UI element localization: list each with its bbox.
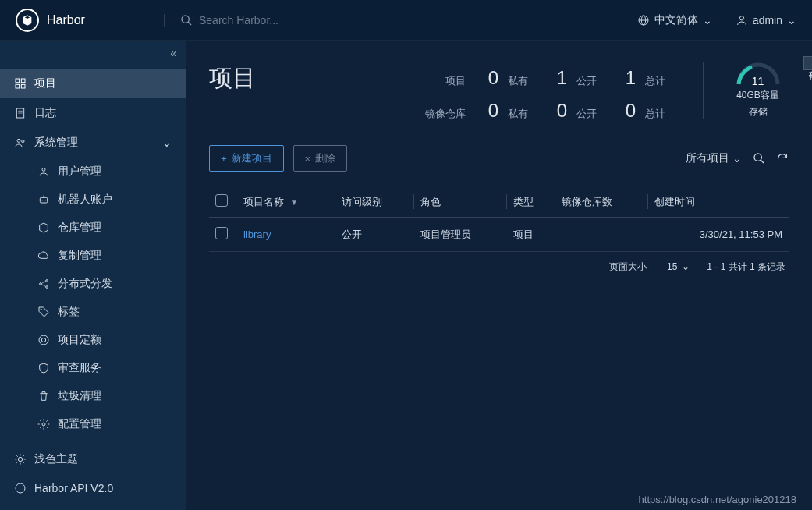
sidebar-item-scan[interactable]: 审查服务 <box>31 354 186 382</box>
svg-point-5 <box>739 16 743 19</box>
stats-label: 项目 <box>419 74 466 88</box>
sidebar-item-theme[interactable]: 浅色主题 <box>0 444 186 474</box>
robot-icon <box>37 193 50 206</box>
svg-line-1 <box>188 22 191 25</box>
gear-icon <box>37 418 50 430</box>
storage-capacity: 40GB容量 <box>727 89 789 102</box>
events-tab[interactable]: 事件 <box>803 56 812 70</box>
col-repos[interactable]: 镜像仓库数 <box>555 186 648 218</box>
x-icon: × <box>305 153 311 165</box>
svg-point-29 <box>18 457 22 461</box>
svg-line-32 <box>761 160 764 163</box>
pagination-summary: 1 - 1 共计 1 条记录 <box>707 260 785 274</box>
user-menu[interactable]: admin ⌄ <box>736 14 796 27</box>
sidebar-submenu: 用户管理 机器人账户 仓库管理 复制管理 分布式分发 标签 项目定额 审查服务 … <box>0 158 186 438</box>
watermark: https://blog.csdn.net/agonie201218 <box>639 494 796 505</box>
sidebar-item-api[interactable]: Harbor API V2.0 <box>0 474 186 502</box>
harbor-logo-icon <box>16 9 39 32</box>
cube-icon <box>37 221 50 234</box>
stats-num-public: 1 <box>544 67 567 89</box>
col-type[interactable]: 类型 <box>507 186 555 218</box>
stats-row-repos: 镜像仓库 0 私有 0 公开 0 总计 <box>334 100 672 122</box>
svg-point-17 <box>41 200 42 200</box>
sidebar-item-registry[interactable]: 仓库管理 <box>31 214 186 242</box>
globe-icon <box>637 14 650 27</box>
sidebar-item-label: 机器人账户 <box>58 193 112 207</box>
search-icon <box>180 14 193 27</box>
stats-num-public: 0 <box>544 100 567 122</box>
sidebar-item-replication[interactable]: 复制管理 <box>31 242 186 270</box>
svg-point-26 <box>39 335 48 345</box>
row-type: 项目 <box>507 218 555 252</box>
page-size-select[interactable]: 15 ⌄ <box>662 260 691 274</box>
sidebar: « 项目 日志 系统管理 ⌄ 用户管理 机器人账户 仓库管理 复制管理 分布式分… <box>0 41 186 510</box>
chevron-down-icon: ⌄ <box>732 152 742 165</box>
svg-line-24 <box>41 285 45 287</box>
language-switcher[interactable]: 中文简体 ⌄ <box>637 13 712 27</box>
trash-icon <box>37 390 50 402</box>
sidebar-item-label: 审查服务 <box>58 361 101 375</box>
sidebar-item-logs[interactable]: 日志 <box>0 98 186 128</box>
projects-table: 项目名称▼ 访问级别 角色 类型 镜像仓库数 创建时间 library 公开 项… <box>209 186 789 252</box>
users-icon <box>14 136 27 149</box>
brand-name: Harbor <box>47 13 85 27</box>
stats-block: 项目 0 私有 1 公开 1 总计 镜像仓库 0 私有 0 公开 0 总计 <box>334 67 672 122</box>
sidebar-item-label: 系统管理 <box>34 136 78 150</box>
select-all-checkbox[interactable] <box>215 194 228 207</box>
sidebar-collapse-button[interactable]: « <box>170 47 176 59</box>
chevron-down-icon: ⌄ <box>682 261 690 272</box>
sidebar-item-quota[interactable]: 项目定额 <box>31 326 186 354</box>
sidebar-item-label: 垃圾清理 <box>58 389 101 403</box>
stats-sublabel: 私有 <box>508 107 534 121</box>
row-checkbox[interactable] <box>215 227 228 239</box>
api-icon <box>14 482 27 494</box>
search-input[interactable] <box>199 14 355 27</box>
sun-icon <box>14 453 27 466</box>
storage-label: 存储 <box>727 105 789 119</box>
header-right: 中文简体 ⌄ admin ⌄ <box>637 13 796 27</box>
col-name[interactable]: 项目名称▼ <box>237 186 335 218</box>
search-icon[interactable] <box>753 152 765 165</box>
tag-icon <box>37 306 50 318</box>
sidebar-item-gc[interactable]: 垃圾清理 <box>31 382 186 410</box>
table-row[interactable]: library 公开 项目管理员 项目 3/30/21, 11:53 PM <box>209 218 789 252</box>
new-project-button[interactable]: + 新建项目 <box>209 145 284 172</box>
stats-num-total: 1 <box>612 67 636 89</box>
cloud-icon <box>37 250 50 262</box>
col-created[interactable]: 创建时间 <box>648 186 789 218</box>
col-access[interactable]: 访问级别 <box>335 186 413 218</box>
svg-point-15 <box>42 168 45 171</box>
col-role[interactable]: 角色 <box>414 186 507 218</box>
logo[interactable]: Harbor <box>16 9 164 32</box>
sidebar-item-config[interactable]: 配置管理 <box>31 410 186 438</box>
username: admin <box>753 14 782 27</box>
project-link[interactable]: library <box>243 228 271 240</box>
refresh-icon[interactable] <box>776 152 789 165</box>
sidebar-item-distribution[interactable]: 分布式分发 <box>31 270 186 298</box>
share-icon <box>37 278 50 290</box>
main: « 项目 日志 系统管理 ⌄ 用户管理 机器人账户 仓库管理 复制管理 分布式分… <box>0 41 812 510</box>
stats-sublabel: 总计 <box>645 74 672 88</box>
row-access: 公开 <box>335 218 413 252</box>
stats-label: 镜像仓库 <box>419 107 466 121</box>
svg-point-28 <box>42 423 45 426</box>
sidebar-item-robot[interactable]: 机器人账户 <box>31 186 186 214</box>
svg-point-31 <box>754 154 761 161</box>
sidebar-item-system[interactable]: 系统管理 ⌄ <box>0 128 186 158</box>
svg-line-23 <box>41 282 45 284</box>
project-filter-dropdown[interactable]: 所有项目 ⌄ <box>686 151 742 165</box>
stats-sublabel: 总计 <box>645 107 672 121</box>
svg-point-18 <box>44 200 45 200</box>
sidebar-item-labels[interactable]: 标签 <box>31 298 186 326</box>
delete-button[interactable]: × 删除 <box>293 145 348 172</box>
row-created: 3/30/21, 11:53 PM <box>648 218 789 252</box>
svg-rect-9 <box>21 84 25 88</box>
sidebar-item-label: 用户管理 <box>58 165 101 179</box>
sidebar-item-user-mgmt[interactable]: 用户管理 <box>31 158 186 186</box>
search-wrap <box>164 14 355 27</box>
stats-row-projects: 项目 0 私有 1 公开 1 总计 <box>334 67 672 89</box>
sidebar-item-projects[interactable]: 项目 <box>0 69 186 98</box>
stats-sublabel: 私有 <box>508 74 534 88</box>
svg-point-13 <box>17 139 20 142</box>
sidebar-item-label: 项目 <box>34 76 56 90</box>
